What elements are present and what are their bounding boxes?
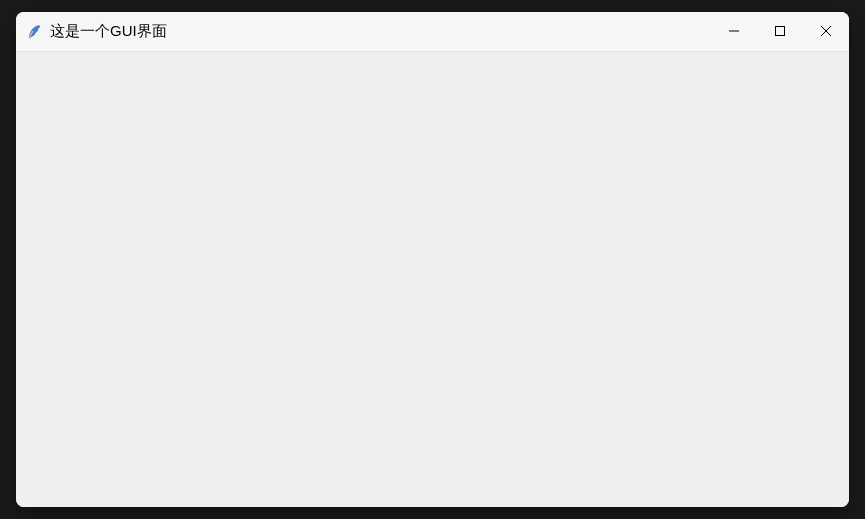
titlebar[interactable]: 这是一个GUI界面 (16, 12, 849, 52)
close-button[interactable] (803, 12, 849, 51)
minimize-icon (729, 24, 739, 39)
maximize-button[interactable] (757, 12, 803, 51)
client-area (16, 52, 849, 507)
minimize-button[interactable] (711, 12, 757, 51)
window-controls (711, 12, 849, 51)
window-title: 这是一个GUI界面 (50, 22, 711, 41)
close-icon (821, 24, 831, 39)
application-window: 这是一个GUI界面 (16, 12, 849, 507)
feather-icon (26, 24, 42, 40)
maximize-icon (775, 24, 785, 39)
svg-rect-1 (776, 27, 785, 36)
